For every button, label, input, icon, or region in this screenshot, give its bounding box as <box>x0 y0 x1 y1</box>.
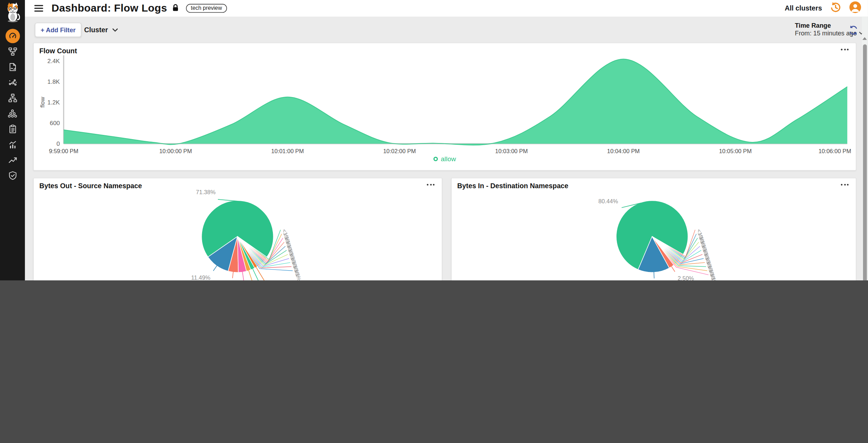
svg-text:9:59:00 PM: 9:59:00 PM <box>49 148 78 154</box>
allow-legend-marker-icon <box>434 157 438 161</box>
topbar: Dashboard: Flow Logs tech preview All cl… <box>25 0 868 16</box>
sidebar-item-dashboard[interactable] <box>0 28 25 44</box>
page-scrollbar[interactable] <box>862 16 868 280</box>
dashboard-gauge-icon <box>5 29 20 43</box>
sidebar-item-compliance[interactable] <box>0 121 25 137</box>
compliance-clipboard-icon <box>8 125 17 134</box>
legend-item-tigera-fluentd[interactable]: tigera-fluentd <box>354 280 396 280</box>
history-icon[interactable] <box>830 1 841 15</box>
panel-title: Bytes In - Destination Namespace <box>457 182 568 190</box>
bytes-out-legend: tigera-elasticsearchtigera-kibanatigera-… <box>42 280 434 280</box>
security-shield-icon <box>8 171 17 180</box>
cluster-filter-dropdown[interactable]: Cluster <box>84 26 118 34</box>
legend-item--[interactable]: - <box>402 280 411 280</box>
workloads-cluster-icon <box>8 109 17 118</box>
sidebar-item-policies[interactable] <box>0 59 25 75</box>
user-avatar[interactable] <box>849 1 861 15</box>
pie-label-tigera-elasticsearch: 80.44% <box>598 198 618 205</box>
flow-count-area-chart: 06001.2K1.8K2.4Kflow9:59:00 PM10:00:00 P… <box>34 43 856 170</box>
sidebar-item-service-graph[interactable] <box>0 75 25 90</box>
svg-text:10:00:00 PM: 10:00:00 PM <box>159 148 192 154</box>
legend-item-tigera-kibana[interactable]: tigera-kibana <box>130 280 172 280</box>
svg-text:10:05:00 PM: 10:05:00 PM <box>719 148 752 154</box>
svg-text:0: 0 <box>56 140 60 147</box>
scroll-up-arrow-icon[interactable] <box>862 37 867 40</box>
add-filter-button[interactable]: + Add Filter <box>35 23 82 37</box>
allow-legend-label: allow <box>441 155 456 163</box>
cluster-selector[interactable]: All clusters <box>785 5 822 12</box>
panel-options-menu-icon[interactable] <box>427 184 434 186</box>
legend-item-allow[interactable]: allow <box>34 155 856 163</box>
tech-preview-badge: tech preview <box>186 4 227 13</box>
pie-label-tigera-kibana: 11.49% <box>191 274 211 280</box>
cluster-filter-label: Cluster <box>84 26 108 34</box>
legend-item-frontend[interactable]: frontend <box>241 280 270 280</box>
svg-text:2.4K: 2.4K <box>47 57 60 64</box>
svg-text:10:02:00 PM: 10:02:00 PM <box>383 148 416 154</box>
svg-text:1.8K: 1.8K <box>47 78 60 85</box>
svg-text:10:03:00 PM: 10:03:00 PM <box>495 148 528 154</box>
lock-icon <box>172 4 179 14</box>
svg-text:flow: flow <box>39 97 46 108</box>
svg-text:600: 600 <box>50 120 60 127</box>
page-scrollbar-thumb[interactable] <box>863 44 867 280</box>
bytes-in-panel: Bytes In - Destination Namespace 80.44%1… <box>451 178 856 280</box>
panel-options-menu-icon[interactable] <box>841 49 848 50</box>
bytes-in-pie-chart: 80.44%14.95%2.50%<1%<1%<1%<1%<1%<1%<1%<1… <box>452 184 856 280</box>
sidebar-item-statistics[interactable] <box>0 137 25 152</box>
policies-document-icon <box>8 63 17 71</box>
bytes-out-panel: Bytes Out - Source Namespace 71.38%11.49… <box>33 178 442 280</box>
network-sitemap-icon <box>8 94 17 102</box>
panel-title: Bytes Out - Source Namespace <box>39 182 142 190</box>
sidebar-item-network[interactable] <box>0 90 25 106</box>
svg-text:1.2K: 1.2K <box>47 99 60 106</box>
bytes-out-pie-chart: 71.38%11.49%4.71%3.78%2.07%1.95%1.47%<1%… <box>34 184 442 280</box>
legend-item-recommendationservice[interactable]: recommendationservice <box>276 280 347 280</box>
sidebar-nav <box>0 0 25 280</box>
flows-topology-icon <box>8 47 17 56</box>
sidebar-item-trends[interactable] <box>0 152 25 168</box>
topbar-right: All clusters <box>785 1 861 15</box>
pie-label-productcatalogservice: 2.50% <box>677 275 694 280</box>
sidebar-item-workloads[interactable] <box>0 106 25 121</box>
svg-text:10:04:00 PM: 10:04:00 PM <box>607 148 640 154</box>
calico-cat-logo-icon[interactable] <box>4 1 21 24</box>
page-title: Dashboard: Flow Logs <box>51 2 167 14</box>
sidebar-item-security[interactable] <box>0 168 25 183</box>
svg-text:10:06:00 PM: 10:06:00 PM <box>819 148 851 154</box>
svg-text:10:01:00 PM: 10:01:00 PM <box>271 148 304 154</box>
trends-arrow-icon <box>8 156 17 164</box>
pie-label-tigera-elasticsearch: 71.38% <box>196 189 215 196</box>
sidebar-nav-items <box>0 28 25 183</box>
panel-title: Flow Count <box>39 47 77 55</box>
legend-item-tigera-elasticsearch[interactable]: tigera-elasticsearch <box>64 280 124 280</box>
service-graph-icon <box>8 78 17 87</box>
chevron-down-icon <box>112 28 118 32</box>
legend-item-tigera-prometheus[interactable]: tigera-prometheus <box>178 280 235 280</box>
hamburger-menu-icon[interactable] <box>34 5 43 12</box>
panel-options-menu-icon[interactable] <box>841 184 848 186</box>
refresh-icon[interactable] <box>849 26 858 37</box>
flow-count-panel: Flow Count 06001.2K1.8K2.4Kflow9:59:00 P… <box>33 43 856 171</box>
sidebar-item-flows[interactable] <box>0 44 25 59</box>
app-root: Dashboard: Flow Logs tech preview All cl… <box>0 0 868 280</box>
statistics-chart-icon <box>8 140 17 149</box>
